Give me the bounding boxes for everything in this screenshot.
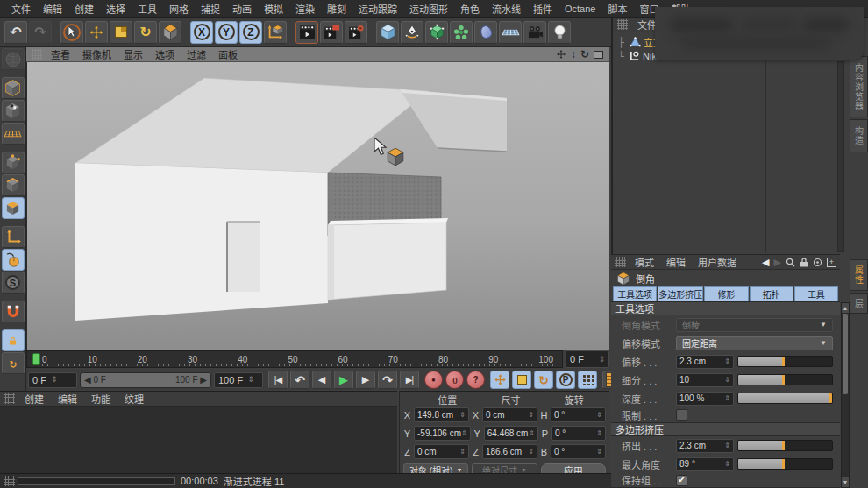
model-mode-button[interactable] [2,77,25,99]
frame-range-slider[interactable]: ◀ 0 F 100 F ▶ [80,372,211,388]
menu-file[interactable]: 文件 [5,2,37,16]
goto-end-button[interactable]: ▶| [400,371,419,389]
rotate-view-icon[interactable]: ↻ [580,49,589,60]
tab-polygon-extrude[interactable]: 多边形挤压 [658,286,703,301]
stepper-icon[interactable]: ⇕ [529,430,535,437]
tab-attributes[interactable]: 属性 [850,259,868,291]
menu-edit[interactable]: 编辑 [37,2,68,16]
tab-topology[interactable]: 拓扑 [750,286,793,301]
lock-x-axis-button[interactable]: X [190,21,213,44]
record-keyframe-button[interactable]: ● [424,371,443,389]
key-scale-toggle[interactable] [512,371,531,389]
vp-menu-view[interactable]: 查看 [45,47,76,61]
menu-character[interactable]: 角色 [454,2,486,16]
lock-y-axis-button[interactable]: Y [215,21,238,44]
3d-model[interactable] [27,62,609,350]
vp-menu-options[interactable]: 选项 [149,47,181,61]
live-selection-button[interactable] [60,21,83,44]
autokey-button[interactable]: ( ) [445,371,464,389]
vp-menu-panel[interactable]: 面板 [212,47,244,61]
stepper-icon[interactable]: ⇕ [596,449,602,456]
stepper-icon[interactable]: ⇕ [724,358,730,365]
workplane-lock-button[interactable] [2,329,25,351]
vp-menu-filter[interactable]: 过滤 [181,47,212,61]
am-menu-edit[interactable]: 编辑 [660,255,692,269]
key-parameter-toggle[interactable]: P [556,371,575,389]
scroll-thumb[interactable] [843,314,848,394]
limit-checkbox[interactable] [676,409,687,421]
toggle-view-icon[interactable] [594,51,603,59]
stepper-icon[interactable]: ⇕ [596,430,602,437]
subdivision-field[interactable]: 10⇕ [676,373,734,387]
max-angle-slider[interactable] [737,458,833,470]
rotation-b-field[interactable]: 0 °⇕ [551,444,606,459]
redo-button[interactable]: ↷ [29,21,52,44]
add-mograph-button[interactable] [450,21,473,44]
polygons-mode-button[interactable] [2,197,25,219]
menu-select[interactable]: 选择 [100,2,132,16]
goto-start-button[interactable]: |◀ [268,371,288,389]
stepper-icon[interactable]: ⇕ [724,461,730,468]
stepper-icon[interactable]: ⇕ [596,412,602,419]
tab-tool-options[interactable]: 工具选项 [613,286,657,301]
menu-mesh[interactable]: 网格 [163,2,195,16]
max-angle-field[interactable]: 89 °⇕ [676,457,734,471]
viewport-solo-button[interactable] [2,249,25,271]
menu-simulate[interactable]: 模拟 [258,2,289,16]
target-icon[interactable] [813,258,822,267]
stepper-icon[interactable]: ⇕ [247,376,254,384]
size-x-field[interactable]: 0 cm⇕ [482,407,537,422]
menu-plugins[interactable]: 插件 [527,2,559,16]
grip-handle[interactable] [615,257,626,267]
move-tool-button[interactable] [85,21,108,44]
search-icon[interactable] [786,258,795,267]
stepper-icon[interactable]: ⇕ [724,442,730,449]
start-frame-field[interactable]: 0 F⇕ [28,372,77,388]
position-x-field[interactable]: 149.8 cm⇕ [414,407,469,422]
extrude-field[interactable]: 2.3 cm⇕ [676,439,734,453]
current-frame-field[interactable]: 0 F ⇕ [566,350,609,368]
add-cube-button[interactable] [376,21,399,44]
am-menu-mode[interactable]: 模式 [629,255,660,269]
size-y-field[interactable]: 64.468 cm⇕ [484,426,538,441]
play-button[interactable]: ▶ [334,371,353,389]
end-frame-field[interactable]: 100 F⇕ [214,372,263,388]
menu-mograph[interactable]: 运动图形 [403,2,454,16]
scroll-down-icon[interactable]: ▼ [843,479,849,485]
stepper-icon[interactable]: ⇕ [459,449,466,456]
depth-field[interactable]: 100 %⇕ [676,392,734,406]
snap-settings-button[interactable]: S [2,272,25,294]
menu-octane[interactable]: Octane [559,4,601,14]
subdivision-slider[interactable] [737,374,833,385]
timeline-ruler[interactable]: 0 10 20 30 40 50 60 70 80 90 100 [26,350,563,368]
points-mode-button[interactable] [2,152,25,173]
stepper-icon[interactable]: ⇕ [724,377,730,384]
rotation-h-field[interactable]: 0 °⇕ [551,407,606,422]
bevel-mode-dropdown[interactable]: 倒棱▼ [676,318,833,332]
vp-menu-cameras[interactable]: 摄像机 [76,47,117,61]
workplane-mode-button[interactable] [2,123,25,145]
menu-pipeline[interactable]: 流水线 [486,2,527,16]
lock-z-axis-button[interactable]: Z [239,21,262,44]
menu-create[interactable]: 创建 [68,2,100,16]
undo-button[interactable]: ↶ [4,21,27,44]
tab-content-browser[interactable]: 内容浏览器 [850,56,868,117]
offset-slider[interactable] [737,356,833,367]
menu-animate[interactable]: 动画 [226,2,258,16]
extrude-slider[interactable] [737,440,833,451]
playhead[interactable] [32,353,40,365]
render-region-button[interactable] [320,21,343,44]
add-camera-button[interactable] [523,21,546,44]
enable-snap-button[interactable] [2,301,25,322]
rotation-p-field[interactable]: 0 °⇕ [551,426,606,441]
menu-render[interactable]: 渲染 [289,2,321,16]
section-polygon-extrude[interactable]: 多边形挤压 [611,422,840,436]
menu-snap[interactable]: 捕捉 [195,2,226,16]
add-environment-button[interactable] [499,21,522,44]
scale-tool-button[interactable] [110,21,132,44]
prev-frame-button[interactable]: ◀ [312,371,331,389]
stepper-icon[interactable]: ⇕ [51,376,58,384]
tab-modeling[interactable]: 修形 [704,286,748,301]
sculpt-mode-button[interactable] [2,48,25,70]
depth-slider[interactable] [737,393,833,404]
